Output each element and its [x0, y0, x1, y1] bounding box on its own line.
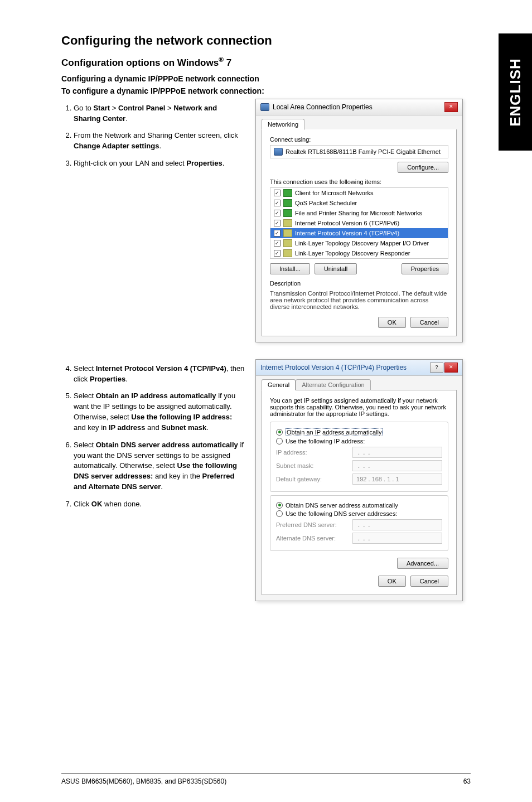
configure-button[interactable]: Configure... [398, 162, 448, 173]
step-6: Select Obtain DNS server address automat… [74, 440, 245, 492]
description-text: Transmission Control Protocol/Internet P… [270, 290, 448, 310]
subnet-mask-label: Subnet mask: [276, 462, 352, 469]
uninstall-button[interactable]: Uninstall [315, 263, 357, 274]
close-icon[interactable]: ✕ [444, 102, 458, 112]
ok-button[interactable]: OK [378, 317, 406, 328]
ip-address-label: IP address: [276, 449, 352, 456]
radio-use-following-dns[interactable]: Use the following DNS server addresses: [276, 510, 442, 517]
checkbox-icon[interactable] [274, 190, 280, 196]
ipv4-properties-dialog: Internet Protocol Version 4 (TCP/IPv4) P… [255, 359, 463, 601]
connect-using-label: Connect using: [270, 136, 448, 143]
radio-icon [276, 510, 283, 517]
properties-button[interactable]: Properties [402, 263, 448, 274]
checkbox-icon[interactable] [274, 230, 280, 236]
tab-alternate-config[interactable]: Alternate Configuration [296, 379, 371, 390]
step-2: From the Network and Sharing Center scre… [74, 131, 245, 152]
cancel-button[interactable]: Cancel [410, 576, 448, 587]
preferred-dns-label: Preferred DNS server: [276, 521, 352, 528]
checkbox-icon[interactable] [274, 200, 280, 206]
ipv4-icon [283, 229, 292, 237]
default-gateway-field: 192 . 168 . 1 . 1 [352, 474, 442, 485]
alternate-dns-field: ... [352, 533, 442, 544]
connection-items-list[interactable]: Client for Microsoft Networks QoS Packet… [270, 187, 448, 259]
dialog2-title: Internet Protocol Version 4 (TCP/IPv4) P… [260, 364, 407, 371]
step-5: Select Obtain an IP address automaticall… [74, 391, 245, 433]
checkbox-icon[interactable] [274, 240, 280, 247]
dialog1-title: Local Area Connection Properties [273, 103, 373, 111]
checkbox-icon[interactable] [274, 210, 280, 216]
adapter-name: Realtek RTL8168B/8111B Family PCI-E Giga… [286, 148, 441, 155]
default-gateway-label: Default gateway: [276, 476, 352, 482]
dialog1-title-bar: Local Area Connection Properties ✕ [256, 99, 462, 115]
network-icon [260, 103, 269, 111]
tab-networking[interactable]: Networking [262, 119, 304, 130]
ip-address-field: ... [352, 447, 442, 458]
tab-general[interactable]: General [262, 379, 296, 390]
radio-obtain-dns-auto[interactable]: Obtain DNS server address automatically [276, 502, 442, 509]
radio-icon [276, 438, 283, 445]
lltd-responder-icon [283, 249, 292, 257]
client-icon [283, 189, 292, 197]
radio-icon [276, 429, 283, 436]
install-button[interactable]: Install... [270, 263, 310, 274]
adapter-icon [274, 148, 283, 156]
footer-left: ASUS BM6635(MD560), BM6835, and BP6335(S… [61, 777, 226, 785]
uses-items-label: This connection uses the following items… [270, 178, 448, 185]
checkbox-icon[interactable] [274, 220, 280, 226]
step-3: Right-click on your LAN and select Prope… [74, 158, 245, 169]
subnet-mask-field: ... [352, 460, 442, 471]
page-footer: ASUS BM6635(MD560), BM6835, and BP6335(S… [61, 774, 471, 785]
step-1: Go to Start > Control Panel > Network an… [74, 103, 245, 124]
radio-use-following-ip[interactable]: Use the following IP address: [276, 438, 442, 445]
preferred-dns-field: ... [352, 519, 442, 530]
adapter-field: Realtek RTL8168B/8111B Family PCI-E Giga… [270, 145, 448, 158]
qos-icon [283, 199, 292, 207]
checkbox-icon[interactable] [274, 250, 280, 257]
ipv6-icon [283, 219, 292, 227]
to-configure-line: To configure a dynamic IP/PPPoE network … [61, 86, 471, 95]
help-icon[interactable]: ? [430, 363, 443, 373]
radio-obtain-ip-auto[interactable]: Obtain an IP address automatically [276, 428, 442, 436]
cancel-button[interactable]: Cancel [410, 317, 448, 328]
config-options-heading: Configuration options on Windows® 7 [61, 56, 471, 69]
dialog2-title-bar: Internet Protocol Version 4 (TCP/IPv4) P… [256, 360, 462, 376]
radio-icon [276, 502, 283, 509]
step-7: Click OK when done. [74, 499, 245, 510]
footer-page-number: 63 [463, 777, 471, 785]
fps-icon [283, 209, 292, 217]
lan-properties-dialog: Local Area Connection Properties ✕ Netwo… [255, 99, 463, 342]
description-label: Description [270, 280, 448, 287]
ok-button[interactable]: OK [378, 576, 406, 587]
configuring-dynamic-heading: Configuring a dynamic IP/PPPoE network c… [61, 74, 471, 83]
alternate-dns-label: Alternate DNS server: [276, 535, 352, 542]
lltd-mapper-icon [283, 239, 292, 247]
close-icon[interactable]: ✕ [444, 363, 458, 373]
section-heading: Configuring the network connection [61, 33, 471, 48]
step-4: Select Internet Protocol Version 4 (TCP/… [74, 364, 245, 385]
advanced-button[interactable]: Advanced... [397, 558, 448, 569]
ipv4-intro-text: You can get IP settings assigned automat… [270, 397, 448, 417]
